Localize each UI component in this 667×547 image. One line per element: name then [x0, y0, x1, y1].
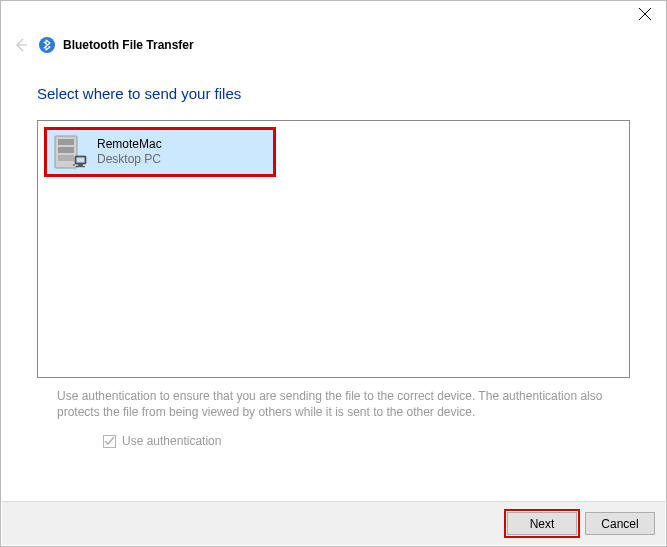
use-authentication-label: Use authentication: [122, 434, 221, 448]
use-authentication-checkbox[interactable]: [103, 435, 116, 448]
svg-point-8: [73, 164, 75, 166]
device-list[interactable]: RemoteMac Desktop PC: [37, 120, 630, 378]
svg-rect-5: [58, 139, 74, 145]
wizard-footer: Next Cancel: [2, 501, 665, 545]
svg-rect-10: [77, 158, 85, 163]
back-arrow-icon[interactable]: [13, 37, 29, 53]
page-heading: Select where to send your files: [37, 85, 630, 102]
titlebar: [1, 1, 666, 31]
desktop-pc-icon: [53, 134, 87, 170]
svg-rect-6: [58, 147, 74, 153]
help-text: Use authentication to ensure that you ar…: [57, 388, 610, 420]
svg-rect-7: [58, 155, 74, 161]
wizard-header: Bluetooth File Transfer: [1, 31, 666, 53]
cancel-button[interactable]: Cancel: [585, 512, 655, 535]
wizard-content: Select where to send your files RemoteMa…: [1, 53, 666, 448]
next-button[interactable]: Next: [507, 512, 577, 535]
close-icon[interactable]: [638, 7, 652, 21]
device-item-remotemac[interactable]: RemoteMac Desktop PC: [44, 127, 276, 177]
bluetooth-icon: [39, 37, 55, 53]
device-name: RemoteMac: [97, 137, 162, 152]
svg-rect-12: [76, 166, 85, 167]
device-text: RemoteMac Desktop PC: [97, 137, 162, 167]
device-type: Desktop PC: [97, 152, 162, 167]
wizard-title: Bluetooth File Transfer: [63, 38, 194, 52]
use-authentication-row: Use authentication: [103, 434, 630, 448]
svg-rect-11: [78, 164, 83, 166]
